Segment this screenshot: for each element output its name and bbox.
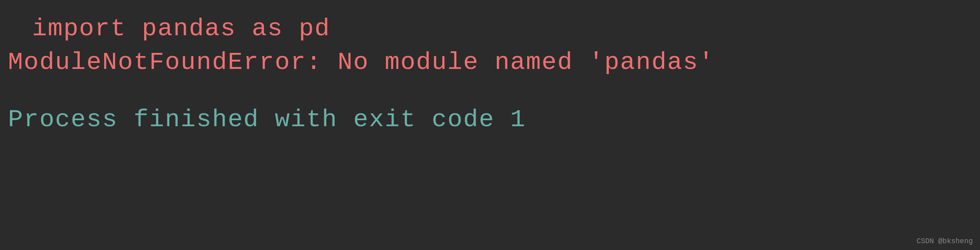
terminal-output: import pandas as pd ModuleNotFoundError:…: [8, 12, 972, 137]
error-line: ModuleNotFoundError: No module named 'pa…: [8, 46, 972, 79]
import-line: import pandas as pd: [8, 12, 972, 46]
watermark: CSDN @bksheng: [917, 237, 973, 245]
process-line: Process finished with exit code 1: [8, 103, 972, 137]
